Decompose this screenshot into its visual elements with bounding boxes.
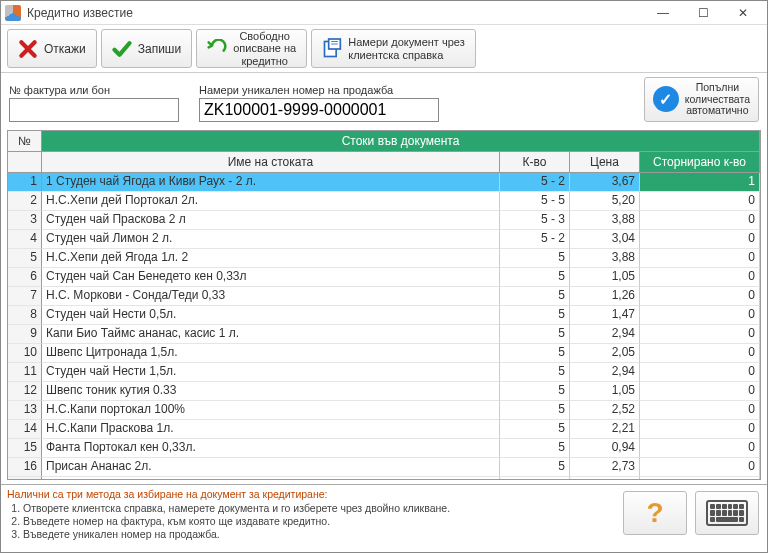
search-row: № фактура или бон Намери уникален номер … [1, 73, 767, 128]
cell-name: Н.С.Капи Праскова 1л. [42, 420, 500, 439]
cell-price: 1,05 [570, 268, 640, 287]
table-row[interactable]: 10Швепс Цитронада 1,5л.52,050 [8, 344, 760, 363]
cell-qty: 5 [500, 249, 570, 268]
cell-price: 3,04 [570, 230, 640, 249]
table-row[interactable]: 6Студен чай Сан Бенедето кен 0,33л51,050 [8, 268, 760, 287]
cell-num: 15 [8, 439, 42, 458]
sale-label: Намери уникален номер на продажба [199, 84, 439, 96]
cell-price: 2,73 [570, 458, 640, 477]
free-description-label: Свободно описване на кредитно [233, 30, 296, 68]
cell-qty: 5 [500, 287, 570, 306]
cell-price: 1,26 [570, 287, 640, 306]
cell-storno[interactable]: 0 [640, 344, 760, 363]
save-label: Запиши [138, 42, 181, 56]
sale-input[interactable] [199, 98, 439, 122]
cell-storno[interactable]: 0 [640, 477, 760, 479]
cell-storno[interactable]: 0 [640, 439, 760, 458]
cell-price: 5,20 [570, 192, 640, 211]
cell-storno[interactable]: 0 [640, 192, 760, 211]
cell-storno[interactable]: 0 [640, 382, 760, 401]
table-row[interactable]: 3Студен чай Праскова 2 л5 - 33,880 [8, 211, 760, 230]
invoice-label: № фактура или бон [9, 84, 179, 96]
cell-num: 9 [8, 325, 42, 344]
cell-num: 4 [8, 230, 42, 249]
cell-qty: 5 [500, 268, 570, 287]
save-icon [112, 39, 132, 59]
table-subheader-row: Име на стоката К-во Цена Сторнирано к-во [8, 152, 760, 173]
find-document-button[interactable]: Намери документ чрез клиентска справка [311, 29, 476, 68]
table-row[interactable]: 12Швепс тоник кутия 0.3351,050 [8, 382, 760, 401]
minimize-button[interactable]: — [643, 2, 683, 24]
invoice-input[interactable] [9, 98, 179, 122]
titlebar: Кредитно известие — ☐ ✕ [1, 1, 767, 25]
toolbar: Откажи Запиши Свободно описване на креди… [1, 25, 767, 73]
cell-storno[interactable]: 0 [640, 211, 760, 230]
cell-price: 2,94 [570, 363, 640, 382]
help-icon: ? [646, 497, 663, 529]
header-name[interactable]: Име на стоката [42, 152, 500, 172]
cell-price: 2,05 [570, 344, 640, 363]
cell-storno[interactable]: 0 [640, 363, 760, 382]
items-table: № Стоки във документа Име на стоката К-в… [7, 130, 761, 480]
table-row[interactable]: 9Капи Био Таймс ананас, касис 1 л.52,940 [8, 325, 760, 344]
keyboard-button[interactable] [695, 491, 759, 535]
cell-storno[interactable]: 0 [640, 325, 760, 344]
cell-price: 3,88 [570, 249, 640, 268]
cell-storno[interactable]: 0 [640, 306, 760, 325]
cell-price: 1,05 [570, 382, 640, 401]
free-description-button[interactable]: Свободно описване на кредитно [196, 29, 307, 68]
cell-price: 2,73 [570, 477, 640, 479]
cell-storno[interactable]: 0 [640, 249, 760, 268]
cell-num: 11 [8, 363, 42, 382]
autofill-button[interactable]: ✓ Попълни количествата автоматично [644, 77, 759, 122]
table-row[interactable]: 16Присан Ананас 2л.52,730 [8, 458, 760, 477]
cell-storno[interactable]: 1 [640, 173, 760, 192]
cell-storno[interactable]: 0 [640, 420, 760, 439]
header-storno[interactable]: Сторнирано к-во [640, 152, 760, 172]
cell-num: 6 [8, 268, 42, 287]
header-num[interactable]: № [8, 131, 42, 151]
close-button[interactable]: ✕ [723, 2, 763, 24]
cell-num: 7 [8, 287, 42, 306]
table-body[interactable]: 11 Студен чай Ягода и Киви Раух - 2 л.5 … [8, 173, 760, 479]
table-row[interactable]: 15Фанта Портокал кен 0,33л.50,940 [8, 439, 760, 458]
table-row[interactable]: 8Студен чай Нести 0,5л.51,470 [8, 306, 760, 325]
cell-qty: 5 [500, 325, 570, 344]
autofill-label: Попълни количествата автоматично [685, 82, 750, 117]
cell-qty: 5 - 3 [500, 211, 570, 230]
cell-name: Студен чай Нести 0,5л. [42, 306, 500, 325]
save-button[interactable]: Запиши [101, 29, 192, 68]
keyboard-icon [706, 500, 748, 526]
cell-price: 3,67 [570, 173, 640, 192]
help-button[interactable]: ? [623, 491, 687, 535]
cell-name: Н.С. Моркови - Сонда/Теди 0,33 [42, 287, 500, 306]
table-row[interactable]: 11Студен чай Нести 1,5л.52,940 [8, 363, 760, 382]
header-qty[interactable]: К-во [500, 152, 570, 172]
cell-num: 13 [8, 401, 42, 420]
table-row[interactable]: 11 Студен чай Ягода и Киви Раух - 2 л.5 … [8, 173, 760, 192]
table-row[interactable]: 4Студен чай Лимон 2 л.5 - 23,040 [8, 230, 760, 249]
find-document-label: Намери документ чрез клиентска справка [348, 36, 465, 61]
invoice-field: № фактура или бон [9, 84, 179, 122]
cell-name: Студен чай Нести 1,5л. [42, 363, 500, 382]
app-icon [5, 5, 21, 21]
table-row[interactable]: 14Н.С.Капи Праскова 1л.52,210 [8, 420, 760, 439]
cell-storno[interactable]: 0 [640, 268, 760, 287]
cell-price: 3,88 [570, 211, 640, 230]
table-row[interactable]: 2Н.С.Хепи дей Портокал 2л.5 - 55,200 [8, 192, 760, 211]
cell-qty: 5 - 2 [500, 230, 570, 249]
table-row[interactable]: 13Н.С.Капи портокал 100%52,520 [8, 401, 760, 420]
table-row[interactable]: 7Н.С. Моркови - Сонда/Теди 0,3351,260 [8, 287, 760, 306]
cell-num: 1 [8, 173, 42, 192]
cell-price: 2,94 [570, 325, 640, 344]
cell-storno[interactable]: 0 [640, 401, 760, 420]
cell-storno[interactable]: 0 [640, 458, 760, 477]
table-row[interactable]: 5Н.С.Хепи дей Ягода 1л. 253,880 [8, 249, 760, 268]
table-row[interactable]: 17Присан Грейпфрут 2л.52,730 [8, 477, 760, 479]
maximize-button[interactable]: ☐ [683, 2, 723, 24]
cell-storno[interactable]: 0 [640, 230, 760, 249]
cancel-button[interactable]: Откажи [7, 29, 97, 68]
cell-qty: 5 [500, 382, 570, 401]
header-price[interactable]: Цена [570, 152, 640, 172]
cell-storno[interactable]: 0 [640, 287, 760, 306]
